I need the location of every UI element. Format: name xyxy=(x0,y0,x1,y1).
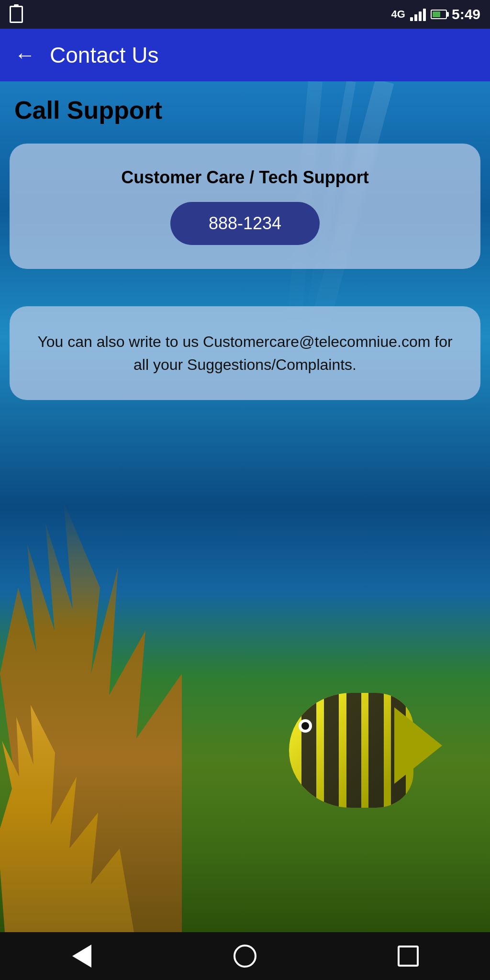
fish-shape xyxy=(270,683,442,817)
back-nav-icon xyxy=(72,945,91,968)
status-bar: 4G 5:49 xyxy=(0,0,490,29)
email-card-text: You can also write to us Customercare@te… xyxy=(33,330,457,376)
status-bar-right: 4G 5:49 xyxy=(391,6,480,22)
nav-recents-button[interactable] xyxy=(394,942,423,970)
fish-eye xyxy=(299,719,312,733)
customer-care-card: Customer Care / Tech Support 888-1234 xyxy=(10,144,480,269)
recents-nav-icon xyxy=(398,946,419,967)
email-card: You can also write to us Customercare@te… xyxy=(10,306,480,400)
main-content: Call Support Customer Care / Tech Suppor… xyxy=(0,81,490,932)
app-bar-title: Contact Us xyxy=(50,42,159,68)
fish-tail xyxy=(394,707,442,784)
call-support-heading: Call Support xyxy=(14,96,162,124)
bottom-nav xyxy=(0,932,490,980)
home-nav-icon xyxy=(234,945,256,968)
nav-back-button[interactable] xyxy=(67,942,96,970)
back-button[interactable]: ← xyxy=(14,43,35,67)
battery-icon xyxy=(431,10,447,19)
customer-care-title: Customer Care / Tech Support xyxy=(121,167,368,188)
fish-illustration xyxy=(270,683,442,846)
signal-4g-label: 4G xyxy=(391,8,405,21)
nav-home-button[interactable] xyxy=(231,942,259,970)
phone-number-button[interactable]: 888-1234 xyxy=(170,202,320,245)
signal-strength-icon xyxy=(410,8,426,21)
sim-icon xyxy=(10,6,23,23)
app-bar: ← Contact Us xyxy=(0,29,490,81)
status-time: 5:49 xyxy=(452,6,480,22)
